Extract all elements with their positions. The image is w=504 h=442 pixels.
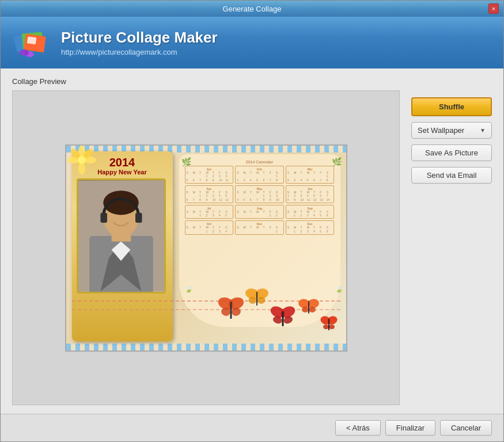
shuffle-button[interactable]: Shuffle <box>411 97 492 116</box>
svg-point-41 <box>302 307 309 313</box>
save-as-picture-button[interactable]: Save As Picture <box>411 144 492 161</box>
cancel-button[interactable]: Cancelar <box>440 420 492 436</box>
collage-image: 2014 Happy New Year <box>65 144 347 352</box>
leaf-right: 🌿 <box>332 157 342 166</box>
svg-point-42 <box>309 307 316 313</box>
collage-photo <box>77 178 166 294</box>
right-panel: Shuffle Set Wallpaper ▼ Save As Picture … <box>411 77 492 405</box>
butterflies-area <box>214 281 340 339</box>
svg-point-46 <box>323 325 329 329</box>
collage-bg: 2014 Happy New Year <box>66 146 346 350</box>
preview-label: Collage Preview <box>12 77 400 86</box>
preview-area: Collage Preview <box>12 77 400 405</box>
title-bar: Generate Collage × <box>1 1 503 17</box>
app-title-group: Picture Collage Maker http://www/picture… <box>61 29 218 56</box>
svg-rect-38 <box>282 311 283 326</box>
app-logo <box>12 22 52 63</box>
svg-point-14 <box>78 156 86 164</box>
preview-box: 2014 Happy New Year <box>12 90 400 405</box>
main-window: Generate Collage × Picture Collage M <box>0 0 504 442</box>
app-header: Picture Collage Maker http://www/picture… <box>1 17 503 68</box>
dropdown-arrow-icon: ▼ <box>480 127 486 134</box>
collage-section: Collage Preview <box>12 77 492 405</box>
svg-rect-43 <box>308 301 309 314</box>
svg-point-6 <box>24 51 29 55</box>
close-button[interactable]: × <box>488 3 499 14</box>
main-content: Collage Preview <box>1 68 503 414</box>
window-title: Generate Collage <box>16 5 488 13</box>
svg-rect-28 <box>230 302 232 319</box>
set-wallpaper-label: Set Wallpaper <box>418 126 464 135</box>
app-url: http://www/picturecollagemark.com <box>61 48 218 56</box>
svg-rect-20 <box>100 212 107 222</box>
svg-rect-21 <box>135 212 142 222</box>
left-panel: 2014 Happy New Year <box>72 151 173 341</box>
send-via-email-button[interactable]: Send via Email <box>411 167 492 184</box>
svg-point-9 <box>78 163 85 174</box>
finalize-button[interactable]: Finalizar <box>385 420 435 436</box>
set-wallpaper-button[interactable]: Set Wallpaper ▼ <box>411 122 492 139</box>
svg-rect-33 <box>256 292 257 306</box>
bottom-stripe <box>66 344 346 350</box>
app-title: Picture Collage Maker <box>61 29 218 47</box>
svg-rect-48 <box>328 319 329 330</box>
back-button[interactable]: < Atrás <box>335 420 381 436</box>
svg-rect-3 <box>27 36 37 44</box>
leaf-bottom-left: 🍃 <box>184 285 193 293</box>
footer: < Atrás Finalizar Cancelar <box>1 414 503 441</box>
svg-point-47 <box>329 325 335 329</box>
leaf-left: 🌿 <box>181 157 191 166</box>
